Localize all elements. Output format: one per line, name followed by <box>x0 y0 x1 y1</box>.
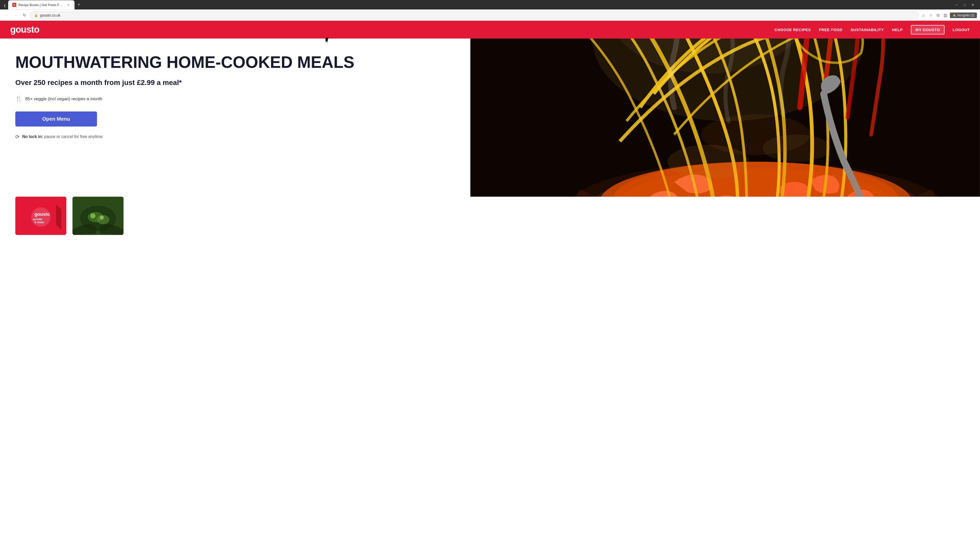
new-tab-button[interactable]: + <box>75 0 83 10</box>
nav-sustainability[interactable]: SUSTAINABILITY <box>851 27 884 32</box>
nav-links: CHOOSE RECIPES FREE FOOD SUSTAINABILITY … <box>775 25 970 35</box>
tab-label: Recipe Boxes | Get Fresh Food ... <box>18 3 64 7</box>
svg-text:& shake: & shake <box>35 221 45 224</box>
hero-section: MOUTHWATERING HOME-COOKED MEALS Over 250… <box>0 38 980 197</box>
tab-close-button[interactable]: × <box>66 2 70 7</box>
active-tab[interactable]: G Recipe Boxes | Get Fresh Food ... × <box>8 0 75 10</box>
food-thumbnail <box>73 197 124 235</box>
address-bar: ← → ↻ 🔒 gousto.co.uk ⌕ ☆ ⧉ ▥ 🕵 Incognito… <box>0 10 980 21</box>
extensions-icon[interactable]: ⧉ <box>935 11 941 19</box>
url-text: gousto.co.uk <box>40 13 60 17</box>
open-menu-button[interactable]: Open Menu <box>15 111 97 127</box>
tab-favicon: G <box>12 3 16 7</box>
svg-point-9 <box>762 135 830 162</box>
hero-image <box>470 38 980 197</box>
toolbar-icons: ⌕ ☆ ⧉ ▥ 🕵 Incognito (2) <box>921 11 977 19</box>
no-lock-in: ⟳ No lock in: pause or cancel for free a… <box>15 134 455 140</box>
nav-free-food[interactable]: FREE FOOD <box>819 27 842 32</box>
hero-title: MOUTHWATERING HOME-COOKED MEALS <box>15 54 455 71</box>
nav-my-gousto[interactable]: MY GOUSTO <box>911 25 945 35</box>
no-lock-icon: ⟳ <box>15 134 20 140</box>
security-lock-icon: 🔒 <box>34 14 38 17</box>
hero-subtitle: Over 250 recipes a month from just £2.99… <box>15 78 455 87</box>
close-button[interactable]: ✕ <box>970 2 976 8</box>
no-lock-bold: No lock in: <box>22 135 43 139</box>
nav-help[interactable]: HELP <box>892 27 903 32</box>
url-bar[interactable]: 🔒 gousto.co.uk <box>30 11 919 19</box>
incognito-icon: 🕵 <box>953 14 956 17</box>
hero-content: MOUTHWATERING HOME-COOKED MEALS Over 250… <box>0 38 470 197</box>
nav-choose-recipes[interactable]: CHOOSE RECIPES <box>775 27 811 32</box>
feature-text: 85+ veggie (incl vegan) recipes a month <box>25 97 102 102</box>
sidebar-icon[interactable]: ▥ <box>942 11 949 19</box>
veggie-icon: 🍴 <box>15 96 22 102</box>
svg-point-25 <box>100 216 104 220</box>
gousto-box-thumbnail: gousto sprinkle & shake <box>15 197 66 235</box>
incognito-badge[interactable]: 🕵 Incognito (2) <box>950 13 977 18</box>
forward-button[interactable]: → <box>12 12 19 19</box>
website-content: gousto CHOOSE RECIPES FREE FOOD SUSTAINA… <box>0 21 980 235</box>
incognito-label: Incognito (2) <box>957 14 974 17</box>
reload-button[interactable]: ↻ <box>21 12 28 19</box>
svg-text:gousto: gousto <box>35 212 50 217</box>
svg-point-24 <box>90 213 95 218</box>
back-button[interactable]: ← <box>3 12 10 19</box>
svg-point-16 <box>31 207 51 227</box>
svg-text:sprinkle: sprinkle <box>33 218 43 221</box>
site-nav: gousto CHOOSE RECIPES FREE FOOD SUSTAINA… <box>0 21 980 38</box>
minimize-button[interactable]: ─ <box>953 2 959 8</box>
no-lock-text: pause or cancel for free anytime <box>44 135 103 139</box>
maximize-button[interactable]: □ <box>962 2 968 8</box>
tab-scroll-left[interactable]: ❮ <box>2 2 8 10</box>
bottom-thumbnails: gousto sprinkle & shake <box>0 197 980 235</box>
search-icon[interactable]: ⌕ <box>921 11 926 19</box>
hero-feature: 🍴 85+ veggie (incl vegan) recipes a mont… <box>15 96 455 102</box>
tab-bar: ❮ G Recipe Boxes | Get Fresh Food ... × … <box>0 0 980 10</box>
gousto-logo[interactable]: gousto <box>10 24 39 35</box>
nav-logout[interactable]: LOGOUT <box>953 27 970 32</box>
browser-chrome: ❮ G Recipe Boxes | Get Fresh Food ... × … <box>0 0 980 21</box>
bookmark-icon[interactable]: ☆ <box>928 11 934 19</box>
